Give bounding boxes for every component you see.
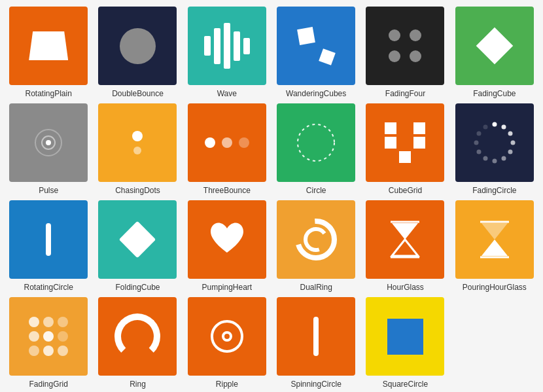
spinner-label: PouringHourGlass [463,283,527,292]
spinner-label: SpinningCircle [290,380,341,389]
list-item[interactable]: DualRing [274,200,358,292]
icon-box-three-bounce [188,103,266,182]
list-item[interactable]: ChasingDots [96,103,179,195]
fg-dot [43,331,54,342]
list-item[interactable]: Pulse [7,103,90,195]
svg-point-3 [298,124,334,161]
fading-cube-icon [476,27,514,65]
rotating-circle-icon [46,223,51,256]
spinner-label: FadingCube [473,89,516,98]
spinner-label: WanderingCubes [286,89,346,98]
list-item[interactable]: RotatingPlain [7,7,90,98]
dual-ring-icon [290,213,342,266]
cube-grid-icon [385,122,425,163]
spinner-label: RotatingPlain [25,89,71,98]
chasing-dots-icon [132,131,143,154]
folding-cube-icon [119,221,156,258]
spinner-label: FoldingCube [115,283,160,292]
wc-cube [319,48,336,65]
icon-box-chasing-dots [98,103,177,182]
icon-box-rotating-plain [9,7,88,85]
spinner-label: Pulse [39,186,58,195]
three-bounce-icon [205,137,249,148]
spinner-label: PumpingHeart [201,283,252,292]
pouring-hourglass-icon [468,213,521,266]
cg-cell [385,137,396,149]
fading-four-icon [389,29,421,62]
wave-icon [204,23,250,69]
svg-point-15 [483,125,487,130]
ripple-icon [211,320,243,353]
fg-dot [43,346,54,356]
list-item[interactable]: HourGlass [363,200,447,292]
spinner-label: ThreeBounce [203,186,251,195]
svg-point-16 [298,221,334,258]
cg-cell [399,151,411,163]
icon-box-fading-cube [455,7,534,85]
fg-dot [29,346,39,356]
list-item[interactable]: Ripple [185,297,269,389]
svg-point-17 [306,229,326,250]
list-item[interactable]: DoubleBounce [96,7,179,98]
spinner-label: FadingCircle [472,186,516,195]
ff-dot [410,50,421,62]
list-item[interactable]: FadingCube [453,7,536,98]
fg-dot [58,346,68,356]
rotating-plain-icon [29,31,68,60]
list-item[interactable]: Wave [185,7,269,98]
icon-box-pulse [9,103,88,182]
svg-point-4 [492,122,497,127]
cg-cell [385,122,396,134]
icon-box-fading-grid [9,297,88,376]
list-item[interactable]: SpinningCircle [274,297,358,389]
icon-box-circle [277,103,355,182]
spinner-label: SquareCircle [383,380,428,389]
list-item[interactable]: FoldingCube [96,200,179,292]
svg-point-6 [508,132,512,136]
list-item[interactable]: FadingCircle [453,103,536,195]
fading-grid-icon [29,317,68,356]
list-item[interactable]: FadingFour [363,7,447,98]
cg-cell [399,122,411,134]
square-circle-icon [387,319,423,355]
circle-icon [290,116,342,169]
list-item[interactable]: RotatingCircle [7,200,90,292]
list-item[interactable]: PumpingHeart [185,200,269,292]
icon-box-hourglass [366,200,444,279]
wave-bar [214,28,220,64]
wc-cube [297,27,315,45]
icon-box-wave [188,7,266,85]
cg-cell [385,151,396,163]
list-item[interactable]: Ring [96,297,179,389]
ff-dot [410,29,421,41]
svg-point-7 [510,141,515,145]
ring-icon [114,313,160,359]
list-item[interactable]: PouringHourGlass [453,200,536,292]
list-item[interactable]: WanderingCubes [274,7,358,98]
icon-box-rotating-circle [9,200,88,279]
spinner-label: FadingGrid [29,380,67,389]
ripple-inner [222,331,232,342]
icon-box-cube-grid [366,103,444,182]
ff-dot [389,50,400,62]
cg-cell [413,151,425,163]
spinner-label: CubeGrid [389,186,422,195]
spinner-label: HourGlass [387,283,424,292]
icon-box-fading-circle [455,103,534,182]
tb-dot [239,137,249,148]
icon-box-pumping-heart [188,200,266,279]
list-item[interactable]: CubeGrid [363,103,447,195]
icon-box-dual-ring [277,200,355,279]
icon-box-spinning-circle [277,297,355,376]
fg-dot [58,317,68,327]
fading-circle-icon [468,116,521,169]
svg-point-2 [46,140,51,145]
wandering-cubes-icon [293,23,339,69]
list-item[interactable]: ThreeBounce [185,103,269,195]
list-item[interactable]: FadingGrid [7,297,90,389]
list-item[interactable]: Circle [274,103,358,195]
hourglass-icon [379,213,431,266]
icon-box-ripple [188,297,266,376]
list-item[interactable]: SquareCircle [363,297,447,389]
spinner-label: RotatingCircle [24,283,73,292]
